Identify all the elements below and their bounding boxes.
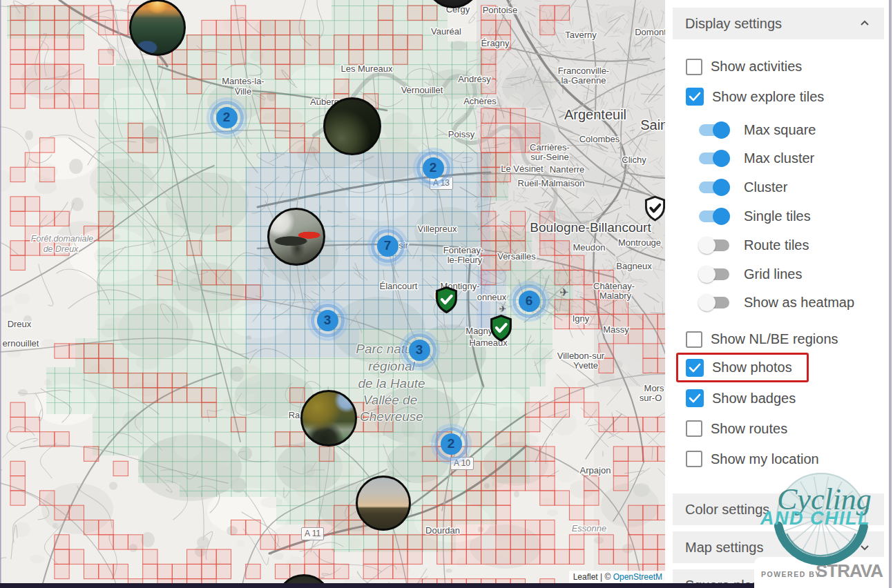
svg-text:Yvette: Yvette: [573, 360, 598, 371]
svg-text:Versailles: Versailles: [497, 251, 536, 262]
svg-text:✈: ✈: [499, 304, 507, 314]
svg-text:Chevreuse: Chevreuse: [360, 409, 423, 424]
svg-text:Montrouge: Montrouge: [618, 237, 661, 248]
svg-text:Vallée de: Vallée de: [363, 393, 418, 407]
svg-text:le-Fleury: le-Fleury: [448, 255, 483, 265]
svg-text:Clichy: Clichy: [622, 155, 646, 165]
svg-text:Pontoise: Pontoise: [483, 5, 518, 15]
svg-text:Dreux: Dreux: [8, 319, 32, 329]
svg-text:Achères: Achères: [463, 96, 497, 106]
svg-text:Argenteuil: Argenteuil: [564, 107, 626, 122]
svg-text:Vauréal: Vauréal: [431, 26, 461, 37]
svg-text:Villebon-sur: Villebon-sur: [557, 351, 605, 361]
svg-text:Taverny: Taverny: [565, 30, 597, 40]
svg-text:Bagneux: Bagneux: [616, 261, 652, 271]
svg-text:Poissy: Poissy: [448, 129, 475, 139]
svg-text:Les Mureaux: Les Mureaux: [340, 63, 393, 74]
svg-text:Franconville-: Franconville-: [558, 66, 609, 76]
svg-text:sur-Seine: sur-Seine: [530, 152, 569, 162]
svg-text:Villepreux: Villepreux: [418, 224, 457, 234]
svg-text:la-Garenne: la-Garenne: [561, 75, 606, 86]
svg-text:de Dreux: de Dreux: [44, 244, 79, 254]
svg-text:Éragny: Éragny: [481, 38, 510, 48]
svg-text:Le Vésinet: Le Vésinet: [501, 164, 544, 174]
svg-text:Colombes: Colombes: [579, 134, 620, 144]
svg-text:Ra: Ra: [289, 410, 300, 420]
svg-text:Igny: Igny: [573, 313, 590, 324]
svg-text:Carrières-: Carrières-: [530, 142, 570, 153]
svg-text:Domont: Domont: [635, 27, 665, 37]
svg-text:Élancourt: Élancourt: [380, 281, 418, 291]
svg-text:ernouillet: ernouillet: [3, 338, 39, 349]
svg-text:Saint: Saint: [640, 117, 665, 133]
svg-text:Vernouillet: Vernouillet: [401, 85, 443, 95]
svg-text:sur-O: sur-O: [640, 393, 662, 403]
svg-text:Arpajon: Arpajon: [580, 465, 611, 476]
svg-text:Malabry: Malabry: [599, 291, 632, 301]
svg-text:Fontenay-: Fontenay-: [443, 245, 484, 255]
svg-text:Châtenay-: Châtenay-: [593, 281, 635, 291]
svg-text:Nanterre: Nanterre: [550, 164, 585, 175]
svg-text:Meudon: Meudon: [573, 242, 606, 253]
svg-text:Andrésy: Andrésy: [458, 74, 491, 84]
svg-text:✈: ✈: [559, 286, 568, 298]
svg-text:Mors: Mors: [644, 383, 664, 393]
svg-text:Boulogne-Billancourt: Boulogne-Billancourt: [530, 220, 651, 235]
svg-text:Rueil-Malmaison: Rueil-Malmaison: [518, 178, 585, 188]
svg-text:de la Haute: de la Haute: [358, 376, 425, 391]
svg-text:Mantes-la-: Mantes-la-: [222, 76, 264, 86]
svg-text:Dourdan: Dourdan: [425, 525, 460, 536]
svg-text:onneux: onneux: [477, 292, 507, 302]
svg-text:Forêt domaniale: Forêt domaniale: [31, 234, 93, 244]
svg-text:Ville: Ville: [235, 86, 251, 97]
svg-text:Essonne: Essonne: [572, 523, 607, 533]
svg-text:Massy: Massy: [603, 324, 629, 335]
